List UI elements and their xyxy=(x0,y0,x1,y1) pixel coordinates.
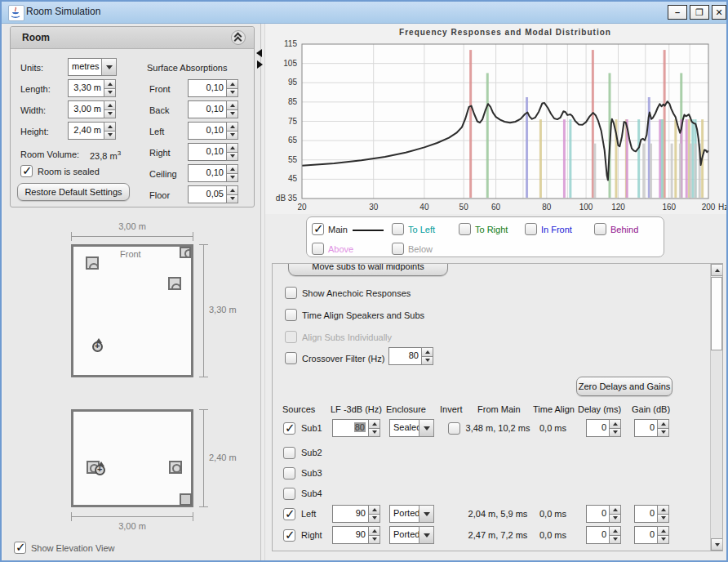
gain-spinner-right-value[interactable]: 0 xyxy=(634,526,657,544)
legend-checkbox-to-left[interactable] xyxy=(392,223,404,235)
spinner-up-icon[interactable] xyxy=(226,164,238,174)
spinner-up-icon[interactable] xyxy=(609,526,621,536)
crossover-value[interactable]: 80 xyxy=(388,347,421,365)
absorption-spinner-front-value[interactable]: 0,10 xyxy=(188,79,226,97)
spinner-up-icon[interactable] xyxy=(368,419,380,429)
right-speaker-plan[interactable] xyxy=(168,277,181,290)
spinner-up-icon[interactable] xyxy=(368,505,380,515)
spinner-up-icon[interactable] xyxy=(657,526,669,536)
lf-spinner-right[interactable]: 90 xyxy=(332,526,380,544)
legend-checkbox-to-right[interactable] xyxy=(459,223,471,235)
gain-spinner-sub1[interactable]: 0 xyxy=(634,419,669,437)
spinner-down-icon[interactable] xyxy=(226,132,238,140)
absorption-spinner-ceiling-value[interactable]: 0,10 xyxy=(188,164,226,182)
gain-spinner-sub1-value[interactable]: 0 xyxy=(634,419,657,437)
spinner-down-icon[interactable] xyxy=(226,110,238,119)
spinner-down-icon[interactable] xyxy=(657,515,669,524)
scroll-up-icon[interactable] xyxy=(711,264,723,276)
spinner-down-icon[interactable] xyxy=(421,357,433,366)
checkbox-crossover-filter-hz-[interactable] xyxy=(285,352,297,364)
spinner-down-icon[interactable] xyxy=(226,153,238,162)
height-spinner[interactable]: 2,40 m xyxy=(68,122,116,140)
close-button[interactable]: ✕ xyxy=(712,5,726,20)
width-spinner[interactable]: 3,00 m xyxy=(68,100,116,118)
absorption-spinner-front[interactable]: 0,10 xyxy=(188,79,238,97)
legend-checkbox-behind[interactable] xyxy=(594,223,606,235)
sub1-elevation[interactable] xyxy=(180,493,192,506)
enclosure-combo-right-value[interactable]: Ported xyxy=(389,526,419,544)
source-checkbox-right[interactable] xyxy=(283,529,295,542)
lf-spinner-sub1[interactable]: 80 xyxy=(332,419,380,437)
absorption-spinner-floor[interactable]: 0,05 xyxy=(188,185,238,203)
lf-spinner-left[interactable]: 90 xyxy=(332,505,380,523)
spinner-up-icon[interactable] xyxy=(609,419,621,429)
spinner-down-icon[interactable] xyxy=(368,429,380,438)
enclosure-combo-left[interactable]: Ported xyxy=(389,505,434,523)
lf-spinner-right-value[interactable]: 90 xyxy=(332,526,368,544)
sub1-plan[interactable] xyxy=(180,247,191,258)
gain-spinner-left[interactable]: 0 xyxy=(634,505,669,523)
splitter[interactable] xyxy=(260,24,261,560)
maximize-button[interactable]: ❐ xyxy=(690,5,709,20)
scrollbar-thumb[interactable] xyxy=(711,277,722,350)
spinner-up-icon[interactable] xyxy=(226,122,238,132)
right-speaker-elevation[interactable] xyxy=(169,461,182,474)
spinner-up-icon[interactable] xyxy=(368,526,380,536)
spinner-down-icon[interactable] xyxy=(104,89,116,98)
minimize-button[interactable]: – xyxy=(668,5,687,20)
listener-plan[interactable] xyxy=(91,339,105,353)
spinner-down-icon[interactable] xyxy=(657,536,669,545)
spinner-down-icon[interactable] xyxy=(226,174,238,183)
enclosure-combo-left-value[interactable]: Ported xyxy=(389,505,419,523)
enclosure-combo-right[interactable]: Ported xyxy=(389,526,434,544)
spinner-up-icon[interactable] xyxy=(104,79,116,89)
spinner-up-icon[interactable] xyxy=(657,419,669,429)
spinner-up-icon[interactable] xyxy=(226,185,238,195)
combo-arrow-icon[interactable] xyxy=(419,505,434,523)
checkbox-time-align-speakers-and-subs[interactable] xyxy=(285,309,297,321)
spinner-up-icon[interactable] xyxy=(226,143,238,153)
splitter-collapse-left-icon[interactable] xyxy=(256,49,262,57)
zero-delays-button[interactable]: Zero Delays and Gains xyxy=(576,377,673,396)
enclosure-combo-sub1[interactable]: Sealed xyxy=(389,419,434,437)
width-value[interactable]: 3,00 m xyxy=(68,100,104,118)
absorption-spinner-back[interactable]: 0,10 xyxy=(188,100,238,118)
legend-checkbox-below[interactable] xyxy=(392,243,404,255)
spinner-down-icon[interactable] xyxy=(609,429,621,438)
gain-spinner-right[interactable]: 0 xyxy=(634,526,669,544)
source-checkbox-sub2[interactable] xyxy=(283,447,295,459)
combo-arrow-icon[interactable] xyxy=(419,526,434,544)
source-checkbox-sub1[interactable] xyxy=(283,422,295,435)
combo-arrow-icon[interactable] xyxy=(101,58,117,76)
gain-spinner-left-value[interactable]: 0 xyxy=(634,505,657,523)
absorption-spinner-right[interactable]: 0,10 xyxy=(188,143,238,161)
units-value[interactable]: metres xyxy=(68,58,101,76)
spinner-down-icon[interactable] xyxy=(609,515,621,524)
spinner-up-icon[interactable] xyxy=(104,122,116,132)
delay-spinner-right-value[interactable]: 0 xyxy=(586,526,609,544)
delay-spinner-right[interactable]: 0 xyxy=(586,526,621,544)
absorption-spinner-floor-value[interactable]: 0,05 xyxy=(188,185,226,203)
units-combo[interactable]: metres xyxy=(68,58,117,76)
move-subs-button[interactable]: Move subs to wall midpoints xyxy=(288,263,448,276)
absorption-spinner-back-value[interactable]: 0,10 xyxy=(188,100,226,118)
absorption-spinner-right-value[interactable]: 0,10 xyxy=(188,143,226,161)
height-value[interactable]: 2,40 m xyxy=(68,122,104,140)
absorption-spinner-ceiling[interactable]: 0,10 xyxy=(188,164,238,182)
spinner-down-icon[interactable] xyxy=(368,515,380,524)
show-elevation-checkbox[interactable] xyxy=(14,542,26,554)
legend-checkbox-main[interactable] xyxy=(312,223,324,235)
spinner-up-icon[interactable] xyxy=(226,79,238,89)
splitter-collapse-right-icon[interactable] xyxy=(257,60,263,69)
combo-arrow-icon[interactable] xyxy=(419,419,434,437)
spinner-down-icon[interactable] xyxy=(609,536,621,545)
room-sealed-checkbox[interactable] xyxy=(20,165,33,177)
length-value[interactable]: 3,30 m xyxy=(68,79,104,97)
left-speaker-plan[interactable] xyxy=(86,256,99,270)
spinner-up-icon[interactable] xyxy=(421,347,433,357)
legend-checkbox-above[interactable] xyxy=(312,243,324,255)
source-checkbox-sub4[interactable] xyxy=(283,488,295,500)
enclosure-combo-sub1-value[interactable]: Sealed xyxy=(389,419,419,437)
delay-spinner-left-value[interactable]: 0 xyxy=(586,505,609,523)
collapse-chevrons-icon[interactable] xyxy=(231,30,246,45)
